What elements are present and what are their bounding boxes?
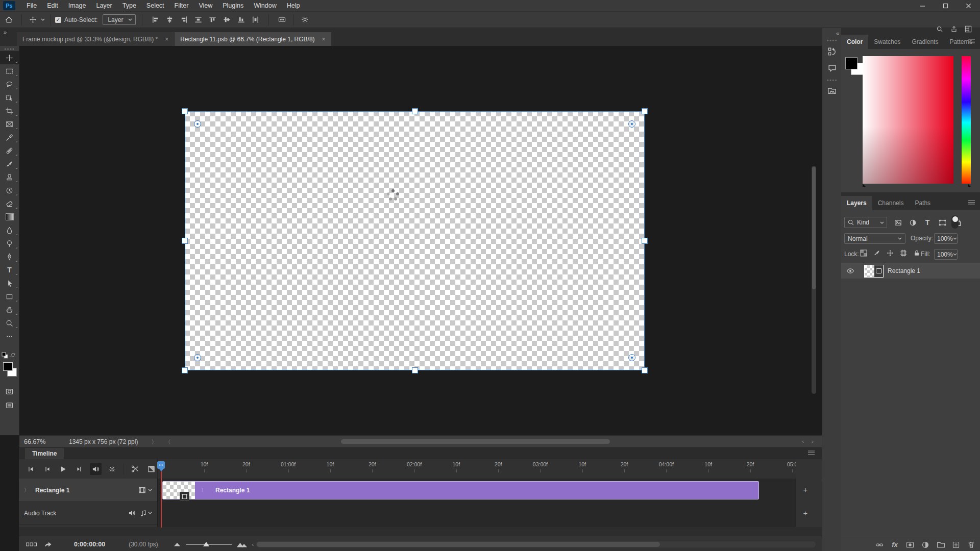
maximize-button[interactable]	[934, 0, 957, 11]
foreground-color-swatch[interactable]	[845, 57, 857, 69]
clip-disclosure-icon[interactable]: 〉	[201, 487, 206, 494]
marquee-tool[interactable]	[0, 64, 19, 78]
zoom-in-mountain-icon[interactable]	[237, 541, 247, 547]
transform-handle[interactable]	[182, 367, 188, 373]
status-expand-icon[interactable]: 〉	[151, 438, 157, 446]
collapse-panels-icon[interactable]: «	[836, 30, 838, 36]
foreground-color-swatch[interactable]	[3, 362, 13, 371]
photoshop-logo[interactable]: Ps	[3, 1, 15, 10]
type-tool[interactable]: T	[0, 263, 19, 277]
timeline-track-area[interactable]: 〉 Rectangle 1	[157, 479, 796, 527]
auto-select-target-dropdown[interactable]: Layer	[103, 14, 136, 25]
toolbar-grip[interactable]: ●●●●	[0, 46, 19, 51]
blur-tool[interactable]	[0, 223, 19, 237]
history-icon[interactable]	[826, 45, 838, 58]
opacity-field[interactable]: 100%	[934, 233, 958, 244]
path-selection-tool[interactable]	[0, 277, 19, 290]
scroll-left-icon[interactable]: ‹	[252, 541, 254, 547]
menu-window[interactable]: Window	[249, 0, 281, 11]
tab-swatches[interactable]: Swatches	[868, 35, 906, 49]
layer-filter-kind-dropdown[interactable]: Kind	[844, 217, 887, 228]
tab-gradients[interactable]: Gradients	[906, 35, 944, 49]
healing-brush-tool[interactable]	[0, 144, 19, 157]
pen-tool[interactable]	[0, 250, 19, 263]
timeline-zoom-slider[interactable]	[186, 544, 232, 545]
filmstrip-icon[interactable]	[138, 486, 146, 494]
filter-type-layers-icon[interactable]: T	[922, 217, 933, 228]
distribute-vertical-icon[interactable]	[250, 14, 261, 26]
quick-mask-icon[interactable]	[0, 385, 19, 398]
object-selection-tool[interactable]	[0, 91, 19, 104]
transform-keyframe-badge[interactable]	[180, 492, 189, 500]
hand-tool[interactable]	[0, 303, 19, 316]
menu-help[interactable]: Help	[282, 0, 305, 11]
color-panel-menu-icon[interactable]	[968, 39, 975, 43]
transform-handle[interactable]	[642, 238, 648, 244]
share-icon[interactable]	[950, 26, 958, 33]
lock-all-icon[interactable]	[913, 249, 921, 257]
blend-mode-dropdown[interactable]: Normal	[844, 233, 905, 244]
lock-artboard-icon[interactable]	[899, 249, 908, 257]
enable-audio-button[interactable]	[90, 463, 102, 475]
auto-select-checkbox[interactable]: ✓	[55, 17, 61, 23]
add-media-audio-icon[interactable]: +	[801, 508, 810, 517]
align-middle-icon[interactable]	[221, 14, 232, 26]
menu-select[interactable]: Select	[141, 0, 169, 11]
clone-stamp-tool[interactable]	[0, 170, 19, 184]
filter-shape-layers-icon[interactable]	[937, 217, 948, 228]
home-icon[interactable]	[0, 15, 17, 24]
menu-type[interactable]: Type	[117, 0, 141, 11]
scroll-right-icons[interactable]: ‹ ›	[802, 438, 817, 444]
hue-slider[interactable]	[962, 56, 971, 184]
frame-tool[interactable]	[0, 117, 19, 131]
settings-gear-icon[interactable]	[299, 16, 311, 23]
close-tab-icon[interactable]: ×	[165, 36, 168, 43]
move-tool-icon[interactable]	[26, 16, 39, 23]
rotation-target-icon[interactable]	[194, 120, 201, 128]
align-center-horizontal-icon[interactable]	[164, 14, 175, 26]
menu-image[interactable]: Image	[63, 0, 91, 11]
canvas-area[interactable]	[19, 46, 822, 435]
clip-rectangle-1[interactable]: 〉 Rectangle 1	[162, 481, 759, 499]
move-tool[interactable]	[0, 51, 19, 64]
transition-button[interactable]	[145, 463, 157, 475]
tab-paths[interactable]: Paths	[909, 196, 936, 210]
track-header-audio[interactable]: Audio Track	[19, 502, 157, 524]
align-bottom-icon[interactable]	[235, 14, 247, 26]
menu-filter[interactable]: Filter	[169, 0, 194, 11]
rectangle-tool[interactable]	[0, 290, 19, 303]
timeline-ruler[interactable]: 10f20f01:00f10f20f02:00f10f20f03:00f10f2…	[157, 459, 796, 479]
distribute-horizontal-icon[interactable]	[192, 14, 204, 26]
dodge-tool[interactable]	[0, 237, 19, 250]
history-brush-tool[interactable]	[0, 184, 19, 197]
close-tab-icon[interactable]: ×	[322, 36, 326, 43]
screen-mode-icon[interactable]	[0, 398, 19, 412]
disclosure-icon[interactable]: 〉	[24, 487, 29, 494]
gradient-tool[interactable]	[0, 210, 19, 223]
lock-position-icon[interactable]	[886, 249, 894, 257]
libraries-icon[interactable]	[826, 84, 838, 96]
transform-handle[interactable]	[642, 367, 648, 373]
link-layers-icon[interactable]	[875, 540, 884, 549]
workspace-icon[interactable]	[965, 26, 972, 33]
edit-toolbar-tool[interactable]	[0, 330, 19, 343]
add-layer-mask-icon[interactable]	[905, 540, 915, 549]
crop-tool[interactable]	[0, 104, 19, 117]
document-tab-frame-mockup[interactable]: Frame mockup.psd @ 33.3% (@design, RGB/8…	[17, 32, 174, 46]
music-note-icon[interactable]	[140, 510, 147, 517]
transform-handle[interactable]	[412, 108, 418, 114]
minimize-button[interactable]	[911, 0, 934, 11]
go-to-next-frame-button[interactable]	[74, 463, 85, 475]
go-to-previous-frame-button[interactable]	[41, 463, 53, 475]
chevron-down-icon[interactable]	[39, 18, 46, 21]
default-colors-icon[interactable]	[2, 352, 8, 359]
tab-color[interactable]: Color	[841, 35, 868, 49]
slider-thumb[interactable]	[203, 542, 209, 546]
filter-pixel-layers-icon[interactable]	[892, 217, 903, 228]
menu-view[interactable]: View	[193, 0, 217, 11]
transform-handle[interactable]	[182, 108, 188, 114]
new-group-icon[interactable]	[936, 540, 945, 549]
fill-field[interactable]: 100%	[934, 249, 958, 260]
tab-channels[interactable]: Channels	[872, 196, 910, 210]
filter-adjustment-layers-icon[interactable]	[907, 217, 918, 228]
